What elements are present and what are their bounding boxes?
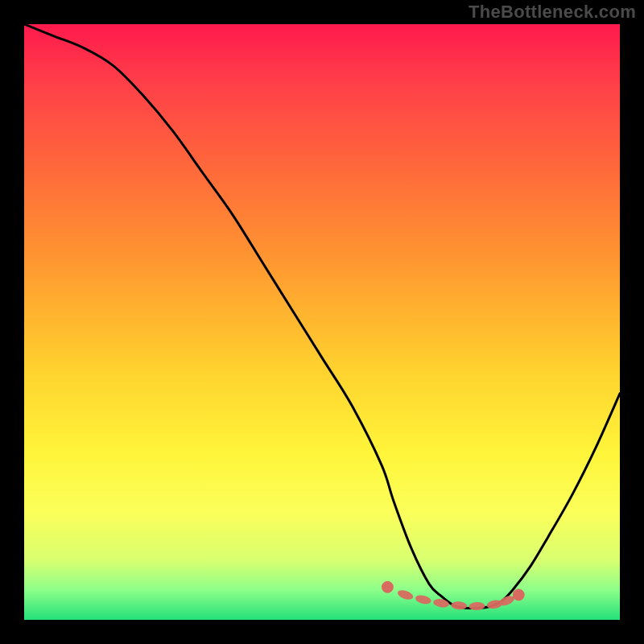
chart-svg xyxy=(24,24,620,620)
highlight-markers xyxy=(382,581,524,610)
plot-area xyxy=(24,24,620,620)
marker-dash xyxy=(432,598,449,609)
watermark-text: TheBottleneck.com xyxy=(469,2,636,23)
chart-frame: TheBottleneck.com xyxy=(0,0,644,644)
marker-dash xyxy=(415,594,432,605)
bottleneck-curve xyxy=(24,24,620,609)
plot-outer xyxy=(24,24,620,620)
marker-dot xyxy=(382,581,393,592)
marker-dash xyxy=(397,588,415,601)
marker-dot xyxy=(513,589,524,601)
